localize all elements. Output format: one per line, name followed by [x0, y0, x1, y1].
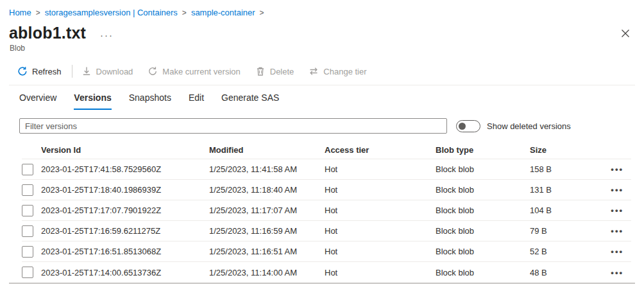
breadcrumb-separator: > — [36, 8, 40, 17]
tab-versions[interactable]: Versions — [74, 92, 111, 110]
page-title: ablob1.txt — [9, 24, 86, 42]
cell-size: 131 B — [530, 185, 597, 195]
cell-version-id: 2023-01-25T17:41:58.7529560Z — [41, 164, 209, 174]
breadcrumb-sample-container[interactable]: sample-container — [191, 8, 255, 17]
cell-access-tier: Hot — [325, 268, 436, 277]
change-tier-label: Change tier — [323, 67, 366, 76]
change-tier-button[interactable]: Change tier — [309, 66, 366, 76]
row-more-button[interactable]: ••• — [611, 227, 623, 235]
table-row[interactable]: 2023-01-25T17:16:59.6211275Z 1/25/2023, … — [22, 221, 631, 241]
toggle-knob — [459, 123, 466, 130]
title-group: ablob1.txt ··· — [9, 24, 114, 42]
table-row[interactable]: 2023-01-25T17:16:51.8513068Z 1/25/2023, … — [22, 241, 631, 262]
cell-size: 158 B — [530, 164, 597, 174]
cell-version-id: 2023-01-25T17:16:59.6211275Z — [41, 226, 209, 236]
breadcrumb-home[interactable]: Home — [9, 8, 31, 17]
row-more-button[interactable]: ••• — [611, 206, 623, 215]
row-more-button[interactable]: ••• — [611, 268, 623, 277]
blob-version-blade: Home > storagesamplesversion | Container… — [0, 0, 644, 307]
delete-icon — [255, 66, 266, 76]
column-header-blob-type[interactable]: Blob type — [436, 145, 530, 155]
column-header-modified[interactable]: Modified — [209, 145, 325, 155]
cell-version-id: 2023-01-25T17:18:40.1986939Z — [41, 185, 209, 195]
cell-modified: 1/25/2023, 11:16:59 AM — [209, 226, 325, 236]
toolbar-divider — [9, 85, 635, 85]
row-checkbox[interactable] — [22, 246, 33, 258]
blade-header: ablob1.txt ··· — [0, 24, 644, 42]
row-menu-cell: ••• — [597, 206, 631, 215]
show-deleted-toggle[interactable] — [456, 120, 480, 132]
tab-overview[interactable]: Overview — [19, 92, 56, 110]
cell-access-tier: Hot — [325, 185, 436, 195]
row-checkbox[interactable] — [22, 184, 33, 196]
cell-blob-type: Block blob — [436, 247, 530, 256]
row-menu-cell: ••• — [597, 185, 631, 195]
title-more-button[interactable]: ··· — [100, 26, 114, 40]
cell-blob-type: Block blob — [436, 185, 530, 195]
make-current-version-label: Make current version — [162, 67, 240, 76]
cell-modified: 1/25/2023, 11:14:00 AM — [209, 268, 325, 277]
row-checkbox[interactable] — [22, 225, 33, 237]
tab-strip: Overview Versions Snapshots Edit Generat… — [0, 92, 644, 110]
tab-generate-sas[interactable]: Generate SAS — [221, 92, 279, 110]
versions-table: Version Id Modified Access tier Blob typ… — [22, 141, 631, 283]
table-header: Version Id Modified Access tier Blob typ… — [22, 141, 631, 159]
tab-edit[interactable]: Edit — [189, 92, 204, 110]
row-menu-cell: ••• — [597, 268, 631, 277]
row-checkbox-cell — [22, 267, 41, 278]
column-header-access-tier[interactable]: Access tier — [325, 145, 436, 155]
cell-size: 52 B — [530, 247, 597, 256]
cell-access-tier: Hot — [325, 226, 436, 236]
filter-versions-input[interactable] — [19, 118, 447, 134]
cell-blob-type: Block blob — [436, 226, 530, 236]
table-row[interactable]: 2023-01-25T17:41:58.7529560Z 1/25/2023, … — [22, 159, 631, 180]
row-menu-cell: ••• — [597, 226, 631, 236]
table-bottom-divider — [9, 283, 635, 284]
row-checkbox[interactable] — [22, 205, 33, 216]
cell-modified: 1/25/2023, 11:18:40 AM — [209, 185, 325, 195]
table-row[interactable]: 2023-01-25T17:17:07.7901922Z 1/25/2023, … — [22, 200, 631, 221]
close-icon[interactable] — [617, 25, 634, 42]
cell-blob-type: Block blob — [436, 268, 530, 277]
breadcrumb-separator: > — [182, 8, 187, 17]
row-checkbox[interactable] — [22, 267, 33, 278]
row-more-button[interactable]: ••• — [611, 186, 623, 194]
breadcrumb-containers[interactable]: storagesamplesversion | Containers — [45, 8, 178, 17]
column-header-size[interactable]: Size — [530, 145, 597, 155]
row-checkbox[interactable] — [22, 164, 33, 175]
row-checkbox-cell — [22, 164, 41, 175]
cell-size: 104 B — [530, 206, 597, 215]
cell-modified: 1/25/2023, 11:16:51 AM — [209, 247, 325, 256]
delete-button[interactable]: Delete — [255, 66, 294, 76]
row-more-button[interactable]: ••• — [611, 247, 623, 256]
cell-size: 48 B — [530, 268, 597, 277]
delete-label: Delete — [270, 67, 294, 76]
column-header-version-id[interactable]: Version Id — [41, 145, 209, 155]
cell-access-tier: Hot — [325, 164, 436, 174]
cell-version-id: 2023-01-25T17:17:07.7901922Z — [41, 206, 209, 215]
table-row[interactable]: 2023-01-25T17:18:40.1986939Z 1/25/2023, … — [22, 180, 631, 200]
cell-access-tier: Hot — [325, 206, 436, 215]
row-more-button[interactable]: ••• — [611, 165, 623, 173]
change-tier-icon — [309, 66, 319, 76]
download-label: Download — [96, 67, 133, 76]
command-bar: Refresh Download Make current version De… — [0, 61, 644, 82]
make-current-version-button[interactable]: Make current version — [148, 66, 240, 76]
row-menu-cell: ••• — [597, 247, 631, 256]
blade-subtitle: Blob — [0, 44, 644, 53]
breadcrumb: Home > storagesamplesversion | Container… — [0, 0, 644, 17]
cell-version-id: 2023-01-25T17:16:51.8513068Z — [41, 247, 209, 256]
download-button[interactable]: Download — [81, 66, 133, 76]
row-checkbox-cell — [22, 184, 41, 196]
make-current-version-icon — [148, 66, 158, 76]
refresh-icon — [17, 66, 28, 76]
tab-snapshots[interactable]: Snapshots — [129, 92, 171, 110]
table-body: 2023-01-25T17:41:58.7529560Z 1/25/2023, … — [22, 159, 631, 283]
refresh-button[interactable]: Refresh — [17, 66, 62, 76]
cell-modified: 1/25/2023, 11:17:07 AM — [209, 206, 325, 215]
cell-access-tier: Hot — [325, 247, 436, 256]
table-row[interactable]: 2023-01-25T17:14:00.6513736Z 1/25/2023, … — [22, 262, 631, 283]
cell-modified: 1/25/2023, 11:41:58 AM — [209, 164, 325, 174]
breadcrumb-separator: > — [260, 8, 264, 17]
row-menu-cell: ••• — [597, 164, 631, 174]
